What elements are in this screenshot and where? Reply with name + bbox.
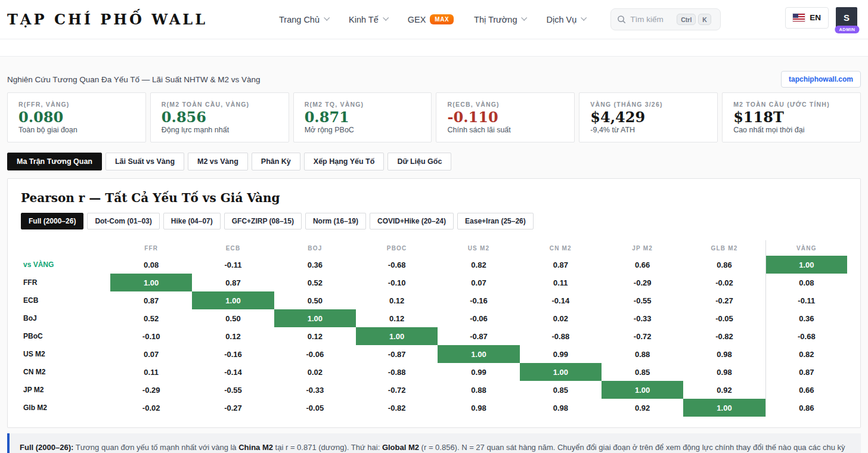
matrix-col-header: ECB (192, 240, 274, 256)
period-chip[interactable]: COVID+Hike (20–24) (370, 213, 454, 229)
matrix-cell: -0.72 (356, 381, 438, 399)
language-button[interactable]: EN (785, 7, 829, 29)
matrix-cell: 0.99 (520, 345, 602, 363)
matrix-cell: 0.12 (356, 309, 438, 327)
matrix-cell: 0.98 (520, 399, 602, 417)
matrix-row-label: Glb M2 (21, 399, 110, 417)
matrix-cell: 0.02 (520, 309, 602, 327)
matrix-cell: -0.05 (274, 399, 356, 417)
matrix-row-label: ECB (21, 291, 110, 309)
matrix-cell: -0.16 (438, 291, 519, 309)
max-badge: MAX (430, 14, 454, 24)
tab-m2-vs-vàng[interactable]: M2 vs Vàng (188, 153, 248, 170)
matrix-cell: 0.07 (438, 274, 519, 291)
page-content: Nghiên Cứu Tương Quan Đa Yếu Tố — Lãi Su… (0, 71, 868, 453)
matrix-cell: 0.87 (520, 256, 602, 274)
language-label: EN (810, 13, 821, 22)
k-keycap: K (698, 14, 711, 25)
stat-cards-row: R(FFR, VÀNG)0.080Toàn bộ giai đoạnR(M2 T… (7, 92, 861, 142)
matrix-cell: 0.88 (438, 381, 519, 399)
matrix-cell: 0.11 (520, 274, 602, 291)
matrix-cell: 0.36 (765, 309, 847, 327)
matrix-cell: 1.00 (520, 363, 602, 381)
matrix-cell: 0.86 (765, 399, 847, 417)
period-chip[interactable]: GFC+ZIRP (08–15) (224, 213, 302, 229)
matrix-cell: -0.10 (356, 274, 438, 291)
matrix-cell: 0.11 (110, 363, 192, 381)
stat-card: R(M2 TQ, VÀNG)0.871Mở rộng PBoC (293, 92, 432, 142)
stat-label: R(ECB, VÀNG) (447, 101, 563, 108)
footnote-text: Tương quan đơn yếu tố mạnh nhất với vàng… (73, 443, 238, 452)
period-chips: Full (2000–26)Dot-Com (01–03)Hike (04–07… (21, 213, 847, 229)
matrix-cell: 0.08 (110, 256, 192, 274)
matrix-cell: 0.87 (192, 274, 274, 291)
matrix-cell: -0.10 (110, 327, 192, 345)
matrix-corner-cell (21, 240, 110, 256)
matrix-cell: 0.12 (356, 291, 438, 309)
chevron-down-icon (324, 15, 330, 21)
tab-phân-kỳ[interactable]: Phân Kỳ (252, 153, 300, 170)
nav-item-gex[interactable]: GEXMAX (408, 14, 454, 24)
matrix-cell: -0.33 (274, 381, 356, 399)
matrix-cell: 0.08 (765, 274, 847, 291)
matrix-cell: 1.00 (274, 309, 356, 327)
matrix-cell: -0.55 (602, 291, 683, 309)
period-chip[interactable]: Norm (16–19) (305, 213, 366, 229)
search-box[interactable]: Ctrl K (610, 8, 721, 30)
stat-note: Cao nhất mọi thời đại (733, 126, 850, 134)
nav-item-label: GEX (408, 15, 426, 24)
stat-value: 0.871 (305, 109, 421, 126)
matrix-row-label: CN M2 (21, 363, 110, 381)
nav-item-thị-trường[interactable]: Thị Trường (474, 15, 526, 24)
tab-ma-trận-tương-quan[interactable]: Ma Trận Tương Quan (7, 153, 102, 170)
site-domain-badge[interactable]: tapchiphowall.com (781, 71, 861, 88)
matrix-cell: -0.02 (110, 399, 192, 417)
matrix-cell: 0.92 (683, 381, 765, 399)
period-chip[interactable]: Hike (04–07) (163, 213, 221, 229)
matrix-cell: -0.88 (356, 363, 438, 381)
matrix-cell: -0.82 (683, 327, 765, 345)
stat-value: $118T (733, 109, 850, 126)
matrix-col-header: JP M2 (602, 240, 683, 256)
ctrl-keycap: Ctrl (677, 14, 696, 25)
stat-label: R(M2 TOÀN CẦU, VÀNG) (162, 101, 278, 108)
search-icon (617, 15, 626, 24)
stat-card: VÀNG (THÁNG 3/26)$4,429-9,4% từ ATH (579, 92, 718, 142)
nav-item-label: Thị Trường (474, 15, 517, 24)
matrix-cell: -0.29 (602, 274, 683, 291)
matrix-cell: 0.82 (765, 345, 847, 363)
main-nav: Trang ChủKinh TếGEXMAXThị TrườngDịch Vụ (279, 14, 585, 24)
chevron-down-icon (383, 15, 389, 21)
site-logo[interactable]: TẠP CHÍ PHỐ WALL (7, 11, 207, 28)
period-chip[interactable]: Dot-Com (01–03) (87, 213, 159, 229)
nav-item-kinh-tế[interactable]: Kinh Tế (349, 15, 388, 24)
matrix-cell: 0.07 (110, 345, 192, 363)
matrix-cell: 0.98 (683, 345, 765, 363)
matrix-cell: 1.00 (110, 274, 192, 291)
footnote-text: tại r = 0.871 (dương). Thứ hai: (273, 443, 382, 452)
matrix-row-label: PBoC (21, 327, 110, 345)
chevron-down-icon (581, 15, 587, 21)
matrix-cell: -0.14 (520, 291, 602, 309)
nav-item-trang-chủ[interactable]: Trang Chủ (279, 15, 328, 24)
matrix-cell: -0.16 (192, 345, 274, 363)
admin-badge: ADMIN (835, 26, 859, 33)
matrix-cell: 0.92 (602, 399, 683, 417)
matrix-cell: 0.85 (602, 363, 683, 381)
tab-dữ-liệu-gốc[interactable]: Dữ Liệu Gốc (388, 153, 451, 170)
matrix-cell: -0.55 (192, 381, 274, 399)
stat-card: R(FFR, VÀNG)0.080Toàn bộ giai đoạn (7, 92, 146, 142)
period-chip[interactable]: Full (2000–26) (21, 213, 83, 229)
matrix-cell: 0.98 (683, 363, 765, 381)
matrix-cell: 1.00 (602, 381, 683, 399)
tab-xếp-hạng-yếu-tố[interactable]: Xếp Hạng Yếu Tố (304, 153, 385, 170)
footnote-bold-text: Global M2 (382, 443, 419, 452)
matrix-cell: -0.06 (438, 309, 519, 327)
stat-note: Động lực mạnh nhất (162, 126, 278, 134)
period-chip[interactable]: Ease+Iran (25–26) (457, 213, 534, 229)
tab-lãi-suất-vs-vàng[interactable]: Lãi Suất vs Vàng (106, 153, 184, 170)
search-input[interactable] (630, 15, 677, 24)
matrix-row-label: JP M2 (21, 381, 110, 399)
nav-item-dịch-vụ[interactable]: Dịch Vụ (546, 15, 585, 24)
user-menu[interactable]: S ADMIN (836, 7, 858, 32)
